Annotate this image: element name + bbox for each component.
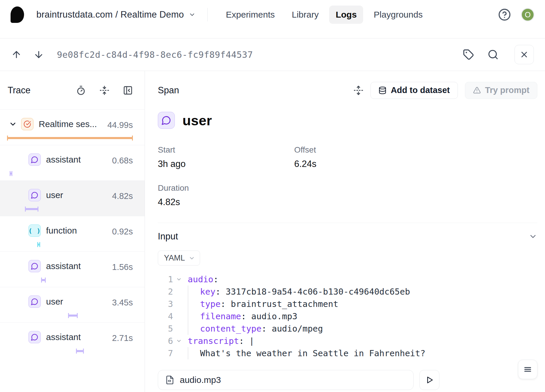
input-section-title: Input <box>158 231 178 242</box>
code-line-4: 4filename: audio.mp3 <box>158 310 537 322</box>
trace-row-assistant[interactable]: assistant0.68s <box>0 145 145 180</box>
help-button[interactable] <box>498 8 511 21</box>
fold-toggle[interactable] <box>173 338 185 344</box>
span-timeline-bar <box>76 349 84 354</box>
start-label: Start <box>158 145 294 155</box>
line-number: 7 <box>158 348 173 358</box>
span-row-label: Realtime ses... <box>39 119 97 129</box>
code-content: transcript: | <box>188 335 254 347</box>
chat-bubble-icon <box>31 333 38 341</box>
code-content: content_type: audio/mpeg <box>188 322 323 335</box>
audio-attachment[interactable]: audio.mp3 <box>158 370 414 390</box>
database-icon <box>378 86 387 94</box>
session-check-icon <box>21 118 33 130</box>
trace-row-realtimeses[interactable]: Realtime ses...44.99s <box>0 109 145 145</box>
collapse-spans-button[interactable] <box>99 85 109 95</box>
chat-bubble-icon <box>31 191 38 199</box>
main-nav: ExperimentsLibraryLogsPlaygrounds <box>219 6 429 24</box>
collapse-input-button[interactable] <box>529 232 537 241</box>
nav-item-logs[interactable]: Logs <box>329 6 363 24</box>
code-content: type: braintrust_attachment <box>188 298 338 310</box>
top-navigation-bar: braintrustdata.com / Realtime Demo Exper… <box>0 0 545 38</box>
previous-trace-button[interactable] <box>11 49 22 60</box>
search-button[interactable] <box>488 49 499 60</box>
offset-label: Offset <box>294 145 537 155</box>
project-selector[interactable]: braintrustdata.com / Realtime Demo <box>36 9 196 20</box>
span-row-duration: 0.92s <box>112 227 133 236</box>
nav-item-experiments[interactable]: Experiments <box>219 6 281 24</box>
chevron-down-icon <box>529 232 537 241</box>
function-icon: ( ) <box>28 224 41 237</box>
attachment-filename: audio.mp3 <box>180 375 221 385</box>
chat-bubble-icon <box>31 156 38 163</box>
nav-item-playgrounds[interactable]: Playgrounds <box>367 6 429 24</box>
chat-bubble-badge <box>28 260 41 272</box>
span-row-duration: 0.68s <box>112 156 133 165</box>
span-row-duration: 3.45s <box>112 298 133 307</box>
try-prompt-button[interactable]: Try prompt <box>465 82 537 99</box>
span-timeline-bar <box>25 207 38 212</box>
span-menu-button[interactable] <box>518 360 537 379</box>
span-row-duration: 4.82s <box>112 191 133 201</box>
span-row-duration: 1.56s <box>112 262 133 272</box>
play-audio-button[interactable] <box>419 370 439 390</box>
code-line-3: 3type: braintrust_attachment <box>158 298 537 310</box>
next-trace-button[interactable] <box>33 49 44 60</box>
check-circle-icon <box>23 120 31 128</box>
code-line-6: 6transcript: | <box>158 335 537 347</box>
span-row-label: assistant <box>46 261 81 271</box>
code-line-7: 7What's the weather in Seattle in Fahren… <box>158 347 537 359</box>
collapse-panel-button[interactable] <box>123 85 133 95</box>
meta-offset: Offset 6.24s <box>294 145 537 169</box>
arrow-down-icon <box>33 49 44 60</box>
trace-panel-title: Trace <box>8 85 31 96</box>
span-row-label: function <box>46 226 77 236</box>
try-prompt-label: Try prompt <box>485 85 529 95</box>
code-content: key: 3317cb18-9a54-4c06-b130-c49640dc65e… <box>188 285 410 298</box>
trace-row-assistant[interactable]: assistant1.56s <box>0 251 145 287</box>
meta-start: Start 3h ago <box>158 145 294 169</box>
line-number: 2 <box>158 287 173 297</box>
audio-file-icon <box>165 375 175 385</box>
timer-toggle-button[interactable] <box>76 85 86 95</box>
trace-row-assistant[interactable]: assistant2.71s <box>0 322 145 358</box>
chat-bubble-icon <box>31 262 38 270</box>
trace-row-user[interactable]: user3.45s <box>0 287 145 322</box>
chevron-down-icon <box>189 11 196 18</box>
chat-bubble-badge <box>28 331 41 343</box>
nav-item-library[interactable]: Library <box>285 6 325 24</box>
line-number: 4 <box>158 311 173 321</box>
avatar[interactable]: O <box>521 8 534 21</box>
add-to-dataset-button[interactable]: Add to dataset <box>370 82 458 99</box>
add-to-dataset-label: Add to dataset <box>391 85 450 95</box>
code-content: What's the weather in Seattle in Fahrenh… <box>188 347 425 359</box>
unfold-vertical-icon <box>353 85 363 95</box>
span-row-label: assistant <box>46 155 81 165</box>
section-divider <box>158 223 537 223</box>
code-content: filename: audio.mp3 <box>188 310 297 322</box>
code-line-5: 5content_type: audio/mpeg <box>158 322 537 335</box>
chat-bubble-icon <box>31 298 38 305</box>
fold-chevron-icon <box>176 338 182 344</box>
code-line-2: 2key: 3317cb18-9a54-4c06-b130-c49640dc65… <box>158 285 537 298</box>
topbar-divider <box>207 8 208 21</box>
span-type-chat-icon <box>158 112 175 129</box>
format-select[interactable]: YAML <box>158 251 200 266</box>
tag-button[interactable] <box>463 49 474 60</box>
fold-chevron-icon <box>176 276 182 282</box>
close-trace-button[interactable] <box>514 45 534 64</box>
search-icon <box>488 49 499 60</box>
span-timeline-bar <box>68 313 78 318</box>
help-icon <box>498 8 511 21</box>
start-value: 3h ago <box>158 159 294 169</box>
project-selector-label: braintrustdata.com / Realtime Demo <box>36 9 184 20</box>
timer-icon <box>76 85 86 95</box>
trace-row-function[interactable]: ( )function0.92s <box>0 216 145 251</box>
trace-row-user[interactable]: user4.82s <box>0 180 145 216</box>
code-block: 1audio:2key: 3317cb18-9a54-4c06-b130-c49… <box>158 273 537 359</box>
fold-toggle[interactable] <box>173 276 185 282</box>
expand-row-chevron[interactable] <box>9 120 17 128</box>
expand-sections-button[interactable] <box>353 85 363 95</box>
line-number: 5 <box>158 324 173 334</box>
braintrust-logo[interactable] <box>11 6 24 23</box>
